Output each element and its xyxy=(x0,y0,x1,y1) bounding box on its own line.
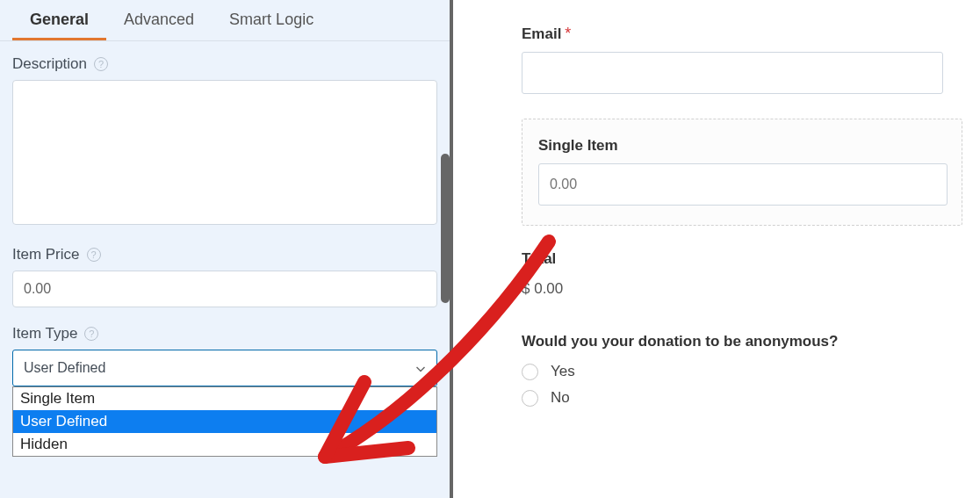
email-input[interactable] xyxy=(522,52,943,94)
radio-circle[interactable] xyxy=(522,390,538,407)
single-item-input[interactable] xyxy=(538,163,948,206)
single-item-label: Single Item xyxy=(538,137,618,155)
required-asterisk: * xyxy=(565,25,571,43)
total-label: Total xyxy=(522,250,556,268)
anon-question: Would you your donation to be anonymous? xyxy=(522,333,838,350)
dropdown-item-hidden[interactable]: Hidden xyxy=(13,433,436,456)
help-icon[interactable]: ? xyxy=(84,327,98,341)
description-input[interactable] xyxy=(12,80,437,225)
email-label: Email xyxy=(522,25,561,43)
dropdown-item-user-defined[interactable]: User Defined xyxy=(13,410,436,433)
item-price-label: Item Price xyxy=(12,246,80,263)
radio-label-no: No xyxy=(551,389,570,407)
item-type-label: Item Type xyxy=(12,325,77,343)
tab-smart-logic[interactable]: Smart Logic xyxy=(212,0,331,40)
item-price-input[interactable] xyxy=(12,271,437,307)
radio-item-no[interactable]: No xyxy=(522,389,962,407)
radio-circle[interactable] xyxy=(522,364,538,380)
description-label: Description xyxy=(12,55,87,73)
tab-general[interactable]: General xyxy=(12,0,106,40)
help-icon[interactable]: ? xyxy=(94,57,108,71)
radio-label-yes: Yes xyxy=(551,363,575,380)
item-type-dropdown: Single Item User Defined Hidden xyxy=(12,386,437,457)
item-type-select[interactable]: User Defined xyxy=(12,350,437,386)
item-type-selected: User Defined xyxy=(24,360,105,376)
scrollbar-thumb[interactable] xyxy=(441,154,450,303)
chevron-down-icon xyxy=(415,363,426,373)
tab-advanced[interactable]: Advanced xyxy=(106,0,212,40)
single-item-group: Single Item xyxy=(522,119,962,226)
total-value: $ 0.00 xyxy=(522,280,962,298)
radio-item-yes[interactable]: Yes xyxy=(522,363,962,380)
dropdown-item-single-item[interactable]: Single Item xyxy=(13,387,436,410)
help-icon[interactable]: ? xyxy=(87,248,101,262)
